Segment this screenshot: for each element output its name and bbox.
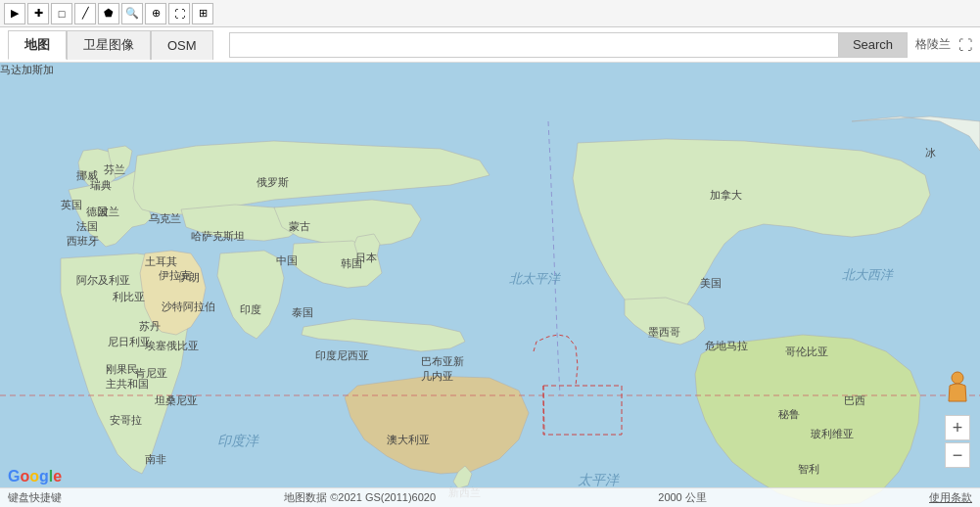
pointer-tool[interactable]: ▶: [4, 3, 25, 24]
keyboard-shortcut[interactable]: 键盘快捷键: [8, 490, 62, 505]
terms-link[interactable]: 使用条款: [929, 490, 972, 505]
search-input[interactable]: [230, 33, 838, 57]
fullscreen-tool[interactable]: ⛶: [168, 3, 190, 24]
person-icon[interactable]: [945, 370, 970, 409]
tab-osm[interactable]: OSM: [151, 30, 213, 60]
grid-label: 格陵兰: [915, 36, 951, 53]
search-tool[interactable]: 🔍: [121, 3, 143, 24]
tab-satellite[interactable]: 卫星图像: [67, 30, 151, 60]
search-container: Search: [229, 32, 908, 58]
map-area[interactable]: 俄罗斯 中国 印度 蒙古 哈萨克斯坦 乌克兰 土耳其 伊拉克 伊朗 沙特阿拉伯 …: [0, 63, 980, 507]
polygon-tool[interactable]: ⬟: [98, 3, 119, 24]
toolbar: ▶ ✚ □ ╱ ⬟ 🔍 ⊕ ⛶ ⊞: [0, 0, 980, 27]
polyline-tool[interactable]: ╱: [74, 3, 96, 24]
zoom-out-button[interactable]: −: [945, 442, 970, 468]
tab-map[interactable]: 地图: [8, 30, 67, 60]
grid-tool[interactable]: ⊞: [192, 3, 213, 24]
search-button[interactable]: Search: [838, 33, 907, 57]
pan-tool[interactable]: ✚: [27, 3, 49, 24]
zoom-in-button[interactable]: +: [945, 415, 970, 440]
scale-label: 2000 公里: [658, 490, 707, 505]
header: 地图 卫星图像 OSM Search 格陵兰 ⛶: [0, 27, 980, 63]
rectangle-tool[interactable]: □: [51, 3, 72, 24]
zoom-in-tool[interactable]: ⊕: [145, 3, 166, 24]
fullscreen-icon[interactable]: ⛶: [958, 37, 972, 53]
zoom-controls: + −: [945, 415, 970, 468]
svg-point-3: [952, 372, 963, 384]
grid-toggle[interactable]: 格陵兰 ⛶: [915, 36, 972, 53]
map-data-label: 地图数据 ©2021 GS(2011)6020: [284, 490, 436, 505]
bottom-bar: 键盘快捷键 地图数据 ©2021 GS(2011)6020 2000 公里 使用…: [0, 487, 980, 507]
map-svg: [0, 63, 980, 507]
